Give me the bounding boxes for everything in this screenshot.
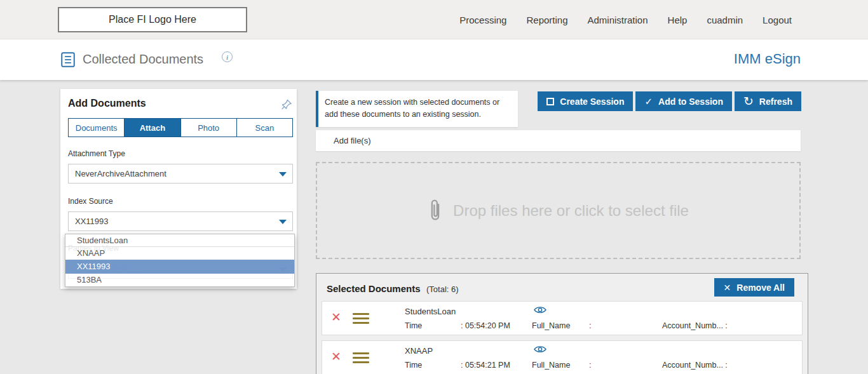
remove-document-icon[interactable]: ✕ [331,351,341,363]
option-studentsloan[interactable]: StudentsLoan [65,234,294,247]
create-session-button[interactable]: Create Session [538,91,633,111]
top-bar: Place FI Logo Here Processing Reporting … [0,0,868,39]
document-name: StudentsLoan [405,307,456,316]
drag-handle-icon[interactable] [353,352,369,363]
refresh-icon: ↻ [743,95,754,107]
top-navigation: Processing Reporting Administration Help… [459,0,792,39]
remove-document-icon[interactable]: ✕ [331,311,341,323]
attachment-type-select[interactable]: NeverArchiveAttachment [68,164,293,184]
add-documents-title: Add Documents [68,98,294,109]
fi-logo-text: Place FI Logo Here [109,14,196,25]
nav-logout[interactable]: Logout [763,15,792,25]
option-xx11993[interactable]: XX11993 [65,260,294,274]
refresh-label: Refresh [759,97,792,107]
fullname-value: : [589,321,591,330]
page-header: Collected Documents i IMM eSign [0,39,868,80]
add-files-label: Add file(s) [334,136,371,145]
dropzone-text: Drop files here or click to select file [453,202,689,220]
session-action-buttons: Create Session ✓ Add to Session ↻ Refres… [538,91,801,111]
selected-documents-total: (Total: 6) [426,284,459,294]
nav-reporting[interactable]: Reporting [526,15,567,25]
index-source-options-list: StudentsLoan XNAAP XX11993 513BA [65,234,295,287]
file-dropzone[interactable]: Drop files here or click to select file [316,162,801,259]
fullname-label: Full_Name [532,321,570,330]
refresh-button[interactable]: ↻ Refresh [735,91,801,111]
tab-scan[interactable]: Scan [237,119,292,137]
info-icon-glyph: i [226,53,228,61]
table-row: ✕ StudentsLoan Time : 05:54:20 PM Full_N… [322,301,803,335]
collected-documents-icon [60,51,76,70]
attachment-type-label: Attachment Type [68,149,294,159]
preview-eye-icon[interactable] [534,345,546,356]
index-source-value: XX11993 [75,217,109,226]
nav-processing[interactable]: Processing [459,15,506,25]
check-icon: ✓ [644,96,653,107]
option-xnaap[interactable]: XNAAP [65,247,294,260]
nav-help[interactable]: Help [668,15,688,25]
selected-documents-panel: Selected Documents (Total: 6) ✕ Remove A… [316,273,808,374]
time-label: Time [405,321,422,330]
preview-eye-icon[interactable] [534,305,546,317]
time-label: Time [405,361,422,370]
create-session-label: Create Session [560,97,624,107]
drag-handle-icon[interactable] [353,313,369,324]
add-documents-card: Add Documents Documents Attach Photo Sca… [60,89,297,289]
index-source-label: Index Source [68,197,294,206]
tab-photo[interactable]: Photo [181,119,237,137]
chevron-down-icon [279,172,287,177]
index-source-select[interactable]: XX11993 [68,211,293,231]
document-name: XNAAP [405,346,433,356]
pushpin-icon[interactable] [280,97,293,114]
nav-username[interactable]: cuadmin [707,15,743,25]
remove-all-label: Remove All [736,283,785,293]
add-files-bar[interactable]: Add file(s) [316,130,801,151]
fullname-label: Full_Name [532,361,570,370]
table-row: ✕ XNAAP Time : 05:54:21 PM Full_Name : A… [322,340,803,374]
fi-logo-placeholder: Place FI Logo Here [58,7,247,32]
add-to-session-button[interactable]: ✓ Add to Session [635,91,731,111]
remove-all-button[interactable]: ✕ Remove All [714,278,794,297]
selected-documents-title: Selected Documents [327,283,421,294]
account-number-label: Account_Numb... : [662,361,728,370]
chevron-down-icon [279,220,287,224]
brand-imm-esign: IMM eSign [734,51,801,67]
paperclip-icon [428,197,443,225]
time-value: : 05:54:20 PM [461,321,510,330]
session-info-note: Create a new session with selected docum… [316,91,518,127]
info-icon[interactable]: i [222,51,233,62]
tab-documents[interactable]: Documents [69,119,125,137]
add-to-session-label: Add to Session [658,97,723,107]
nav-administration[interactable]: Administration [588,15,648,25]
add-documents-tabs: Documents Attach Photo Scan [68,118,293,137]
fullname-value: : [589,361,591,370]
time-value: : 05:54:21 PM [461,361,510,370]
option-513ba[interactable]: 513BA [65,274,294,286]
page-title: Collected Documents [83,52,203,67]
tab-attach[interactable]: Attach [125,119,180,137]
close-icon: ✕ [724,283,731,293]
attachment-type-value: NeverArchiveAttachment [75,169,166,178]
account-number-label: Account_Numb... : [662,321,728,330]
checkbox-icon [546,98,554,105]
selected-documents-header: Selected Documents (Total: 6) ✕ Remove A… [316,274,808,301]
